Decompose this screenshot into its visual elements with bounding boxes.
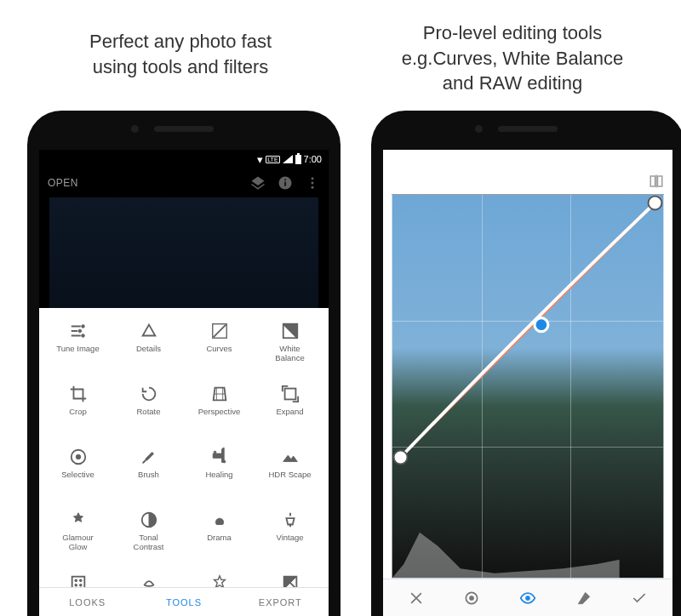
tools-grid: Tune ImageDetailsCurvesWhiteBalanceCropR… xyxy=(39,308,329,587)
battery-icon xyxy=(295,155,301,164)
screen-curves: ▾ LTE 7:00 xyxy=(383,150,672,616)
tool-label: WhiteBalance xyxy=(275,345,304,363)
bottom-tabs: LOOKS TOOLS EXPORT xyxy=(39,587,329,616)
editor-topbar: OPEN xyxy=(39,168,329,197)
tonal-contrast-icon xyxy=(140,510,158,529)
svg-rect-2 xyxy=(284,180,286,181)
tool-selective[interactable]: Selective xyxy=(43,441,113,504)
curve-handle-shadow[interactable] xyxy=(394,451,408,465)
retrolux-icon xyxy=(140,573,158,587)
tool-label: Expand xyxy=(276,408,303,417)
tool-vintage[interactable]: Vintage xyxy=(255,504,325,567)
clock: 7:00 xyxy=(648,154,666,164)
tool-glamour-glow[interactable]: GlamourGlow xyxy=(43,504,113,567)
wifi-icon: ▾ xyxy=(257,154,263,165)
svg-point-15 xyxy=(223,460,226,463)
svg-point-19 xyxy=(79,579,82,582)
tool-tune-image[interactable]: Tune Image xyxy=(43,315,113,378)
overflow-menu-icon[interactable] xyxy=(305,175,320,191)
svg-point-20 xyxy=(74,584,77,586)
tool-label: Rotate xyxy=(137,408,161,417)
tool-grunge[interactable] xyxy=(184,567,255,587)
tool-expand[interactable]: Expand xyxy=(255,378,325,441)
tool-label: Drama xyxy=(207,533,232,543)
tool-label: Vintage xyxy=(276,533,303,543)
svg-point-6 xyxy=(81,325,84,328)
curves-topbar xyxy=(383,168,672,194)
tool-crop[interactable]: Crop xyxy=(43,378,113,441)
tool-label: Perspective xyxy=(198,408,241,417)
svg-point-4 xyxy=(312,182,314,185)
tool-label: HDR Scape xyxy=(268,471,311,480)
tab-looks[interactable]: LOOKS xyxy=(39,588,135,616)
details-icon xyxy=(140,322,158,340)
expand-icon xyxy=(281,385,300,403)
svg-point-13 xyxy=(76,454,81,459)
tool-label: GlamourGlow xyxy=(62,533,93,552)
screen-tools: OPEN ▾ LTE 7:00 Tune ImageDetailsCurvesW… xyxy=(39,150,329,616)
tool-tonal-contrast[interactable]: TonalContrast xyxy=(113,504,184,567)
svg-point-3 xyxy=(312,177,314,180)
tool-details[interactable]: Details xyxy=(113,315,184,378)
info-icon[interactable] xyxy=(278,175,293,191)
svg-rect-17 xyxy=(72,577,84,587)
channel-luminance[interactable] xyxy=(457,584,486,613)
hdr-scape-icon xyxy=(281,448,300,466)
tool-retrolux[interactable] xyxy=(113,567,184,587)
svg-rect-11 xyxy=(284,389,295,400)
svg-point-18 xyxy=(74,579,77,582)
signal-icon xyxy=(627,155,637,163)
compare-icon[interactable] xyxy=(649,174,664,189)
tool-grainy-film[interactable] xyxy=(43,567,113,587)
tool-curves[interactable]: Curves xyxy=(184,315,255,378)
signal-icon xyxy=(283,155,293,163)
curves-photo-canvas[interactable] xyxy=(392,194,664,579)
tool-rotate[interactable]: Rotate xyxy=(113,378,184,441)
histogram-overlay xyxy=(392,510,620,578)
brush-icon xyxy=(140,448,158,466)
tool-label: TonalContrast xyxy=(134,533,164,552)
bw-icon xyxy=(281,573,300,587)
phone-frame-right: ▾ LTE 7:00 xyxy=(371,111,681,616)
caption-left: Perfect any photo fastusing tools and fi… xyxy=(53,29,308,79)
selective-icon xyxy=(69,448,88,466)
tool-label: Tune Image xyxy=(56,345,99,354)
tool-healing[interactable]: Healing xyxy=(184,441,255,504)
curve-handle-mid[interactable] xyxy=(535,318,548,332)
grunge-icon xyxy=(210,573,229,587)
tool-bw[interactable] xyxy=(255,567,325,587)
healing-icon xyxy=(210,448,229,466)
svg-point-21 xyxy=(79,584,82,586)
tool-perspective[interactable]: Perspective xyxy=(184,378,255,441)
tool-label: Brush xyxy=(138,471,159,480)
svg-point-8 xyxy=(81,334,84,338)
drama-icon xyxy=(210,510,229,529)
status-bar: ▾ LTE 7:00 xyxy=(383,150,672,168)
svg-point-28 xyxy=(470,596,474,600)
caption-right: Pro-level editing toolse.g.Curves, White… xyxy=(376,20,649,96)
svg-point-29 xyxy=(525,596,529,600)
apply-button[interactable] xyxy=(625,584,654,613)
tool-label: Curves xyxy=(206,345,232,354)
channel-preview[interactable] xyxy=(513,584,542,613)
open-button[interactable]: OPEN xyxy=(48,177,78,189)
svg-rect-1 xyxy=(284,182,286,186)
tool-white-balance[interactable]: WhiteBalance xyxy=(255,315,325,378)
curve-handle-highlight[interactable] xyxy=(649,197,662,210)
layers-icon[interactable] xyxy=(250,175,266,191)
curves-overlay[interactable] xyxy=(392,195,663,465)
tool-hdr-scape[interactable]: HDR Scape xyxy=(255,441,325,504)
curves-toolbar xyxy=(383,579,672,616)
tab-tools[interactable]: TOOLS xyxy=(135,588,232,616)
tool-label: Details xyxy=(136,345,161,354)
tool-brush[interactable]: Brush xyxy=(113,441,184,504)
network-badge: LTE xyxy=(609,156,623,163)
svg-rect-24 xyxy=(658,176,662,186)
channel-picker[interactable] xyxy=(569,584,598,613)
tab-export[interactable]: EXPORT xyxy=(232,588,329,616)
svg-point-7 xyxy=(78,329,82,333)
glamour-glow-icon xyxy=(69,510,88,529)
network-badge: LTE xyxy=(266,156,279,163)
cancel-button[interactable] xyxy=(402,584,431,613)
tool-drama[interactable]: Drama xyxy=(184,504,255,567)
